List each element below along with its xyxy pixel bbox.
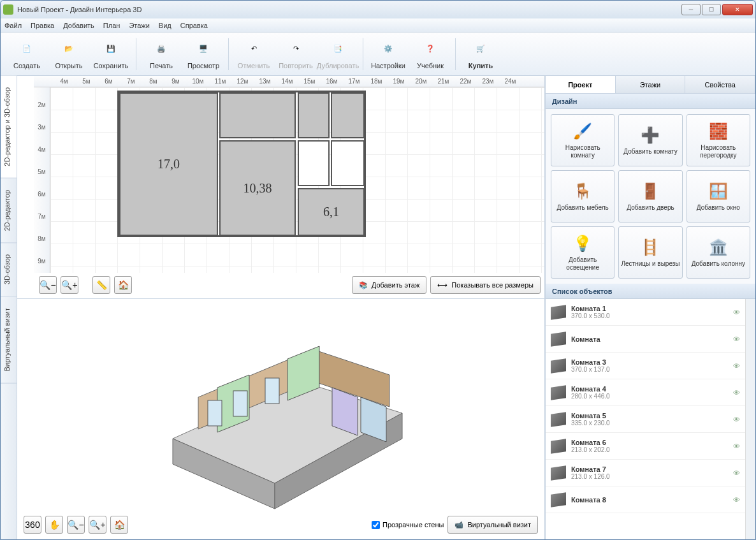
room-small-1[interactable] [298,92,330,138]
svg-rect-7 [208,400,222,426]
right-tab-Свойства[interactable]: Свойства [685,76,755,93]
visibility-icon[interactable]: 👁 [733,442,740,450]
side-tab-2[interactable]: 3D-обзор [1,243,17,296]
menu-Справка[interactable]: Справка [180,22,208,29]
preview-button[interactable]: 🖥️Просмотр [184,35,223,73]
design-btn-2[interactable]: 🧱Нарисовать перегородку [687,114,750,166]
object-item-7[interactable]: Комната 8👁 [546,486,745,513]
view-3d[interactable]: 360 ✋ 🔍− 🔍+ 🏠 Прозрачные стены 📹Виртуаль… [17,299,544,539]
app-icon [3,4,13,15]
visibility-icon[interactable]: 👁 [733,309,740,316]
duplicate-icon: 📑 [328,39,348,59]
object-item-4[interactable]: Комната 5335.0 x 230.0👁 [546,406,745,433]
rotate-360-button[interactable]: 360 [24,516,41,534]
save-button[interactable]: 💾Сохранить [91,35,131,73]
print-button[interactable]: 🖨️Печать [142,35,181,73]
design-btn-4[interactable]: 🚪Добавить дверь [618,170,682,223]
create-button[interactable]: 📄Создать [7,35,47,73]
room-bath-2[interactable] [331,140,365,186]
zoom-out-3d-button[interactable]: 🔍− [67,516,85,534]
right-tab-Этажи[interactable]: Этажи [616,76,686,93]
object-item-1[interactable]: Комната👁 [546,326,745,353]
pan-button[interactable]: ✋ [45,516,63,534]
visibility-icon[interactable]: 👁 [733,335,740,343]
object-item-6[interactable]: Комната 7213.0 x 126.0👁 [546,460,745,486]
object-item-5[interactable]: Комната 6213.0 x 202.0👁 [546,433,745,460]
model-3d[interactable] [122,324,440,515]
preview-icon: 🖥️ [193,39,214,59]
virtual-visit-button[interactable]: 📹Виртуальный визит [447,516,538,534]
room-hall[interactable] [219,92,296,138]
design-btn-7[interactable]: 🪜Лестницы и вырезы [618,226,682,279]
close-button[interactable]: ✕ [722,4,753,15]
side-tab-0[interactable]: 2D-редактор и 3D-обзор [1,76,17,179]
right-tab-Проект[interactable]: Проект [546,76,616,93]
room-bath-1[interactable] [298,140,330,186]
home-button[interactable]: 🏠 [114,276,132,294]
design-btn-8[interactable]: 🏛️Добавить колонну [687,226,750,279]
room-3[interactable]: 6,1 [298,188,365,236]
menu-Файл[interactable]: Файл [4,22,22,29]
redo-icon: ↷ [286,39,306,59]
design-btn-5[interactable]: 🪟Добавить окно [687,170,750,223]
undo-button[interactable]: ↶Отменить [234,35,273,73]
zoom-in-3d-button[interactable]: 🔍+ [89,516,106,534]
menu-Этажи[interactable]: Этажи [129,22,149,29]
menu-Правка[interactable]: Правка [31,22,54,29]
room-1[interactable]: 17,0 [119,92,218,236]
visibility-icon[interactable]: 👁 [733,416,740,423]
settings-button[interactable]: ⚙️Настройки [368,35,408,73]
side-tab-1[interactable]: 2D-редактор [1,179,17,243]
view-2d: 4м5м6м7м8м9м10м11м12м13м14м15м16м17м18м1… [17,76,544,299]
visibility-icon[interactable]: 👁 [733,496,740,504]
design-btn-0[interactable]: 🖌️Нарисовать комнату [551,114,614,166]
window-title: Новый Проект - Дизайн Интерьера 3D [17,6,681,13]
object-item-0[interactable]: Комната 1370.0 x 530.0👁 [546,299,745,326]
design-icon-7: 🪜 [640,237,660,258]
cube-icon [551,412,566,427]
open-button[interactable]: 📂Открыть [49,35,89,73]
menu-Добавить[interactable]: Добавить [63,22,94,29]
right-panel-tabs: ПроектЭтажиСвойства [546,76,755,94]
visibility-icon[interactable]: 👁 [733,469,740,477]
minimize-button[interactable]: ─ [681,4,701,15]
room-small-2[interactable] [331,92,365,138]
zoom-out-button[interactable]: 🔍− [39,276,57,294]
cube-icon [551,305,566,319]
object-list[interactable]: Комната 1370.0 x 530.0👁Комната👁Комната 3… [546,299,745,539]
object-item-3[interactable]: Комната 4280.0 x 446.0👁 [546,379,745,406]
transparent-walls-checkbox[interactable]: Прозрачные стены [372,521,444,529]
add-floor-button[interactable]: 📚Добавить этаж [352,276,426,294]
design-btn-1[interactable]: ➕Добавить комнату [618,114,682,166]
print-icon: 🖨️ [151,39,171,59]
design-btn-6[interactable]: 💡Добавить освещение [551,226,614,279]
cube-icon [551,492,566,507]
buy-icon: 🛒 [470,39,491,59]
scrollbar[interactable] [745,299,755,539]
duplicate-button[interactable]: 📑Дублировать [318,35,358,73]
room-2[interactable]: 10,38 [219,140,296,236]
titlebar: Новый Проект - Дизайн Интерьера 3D ─ ☐ ✕ [1,1,755,18]
grid-canvas[interactable]: 17,0 10,38 6,1 [50,87,544,273]
measure-button[interactable]: 📏 [92,276,110,294]
menu-Вид[interactable]: Вид [159,22,171,29]
maximize-button[interactable]: ☐ [702,4,721,15]
tutorial-button[interactable]: ❓Учебник [411,35,450,73]
side-tab-3[interactable]: Виртуальный визит [1,296,17,384]
zoom-in-button[interactable]: 🔍+ [61,276,78,294]
object-item-2[interactable]: Комната 3370.0 x 137.0👁 [546,353,745,379]
floorplan[interactable]: 17,0 10,38 6,1 [117,91,366,237]
show-dimensions-button[interactable]: ⟷Показывать все размеры [430,276,541,294]
visibility-icon[interactable]: 👁 [733,389,740,397]
buy-button[interactable]: 🛒Купить [461,35,500,73]
home-3d-button[interactable]: 🏠 [110,516,128,534]
toolbar: 📄Создать📂Открыть💾Сохранить🖨️Печать🖥️Прос… [1,33,755,76]
visibility-icon[interactable]: 👁 [733,362,740,370]
redo-button[interactable]: ↷Повторить [276,35,316,73]
objects-section-header: Список объектов [546,284,755,299]
design-section-header: Дизайн [546,94,755,109]
menu-План[interactable]: План [103,22,120,29]
design-btn-3[interactable]: 🪑Добавить мебель [551,170,614,223]
svg-rect-8 [233,391,247,416]
menubar: ФайлПравкаДобавитьПланЭтажиВидСправка [1,18,755,33]
